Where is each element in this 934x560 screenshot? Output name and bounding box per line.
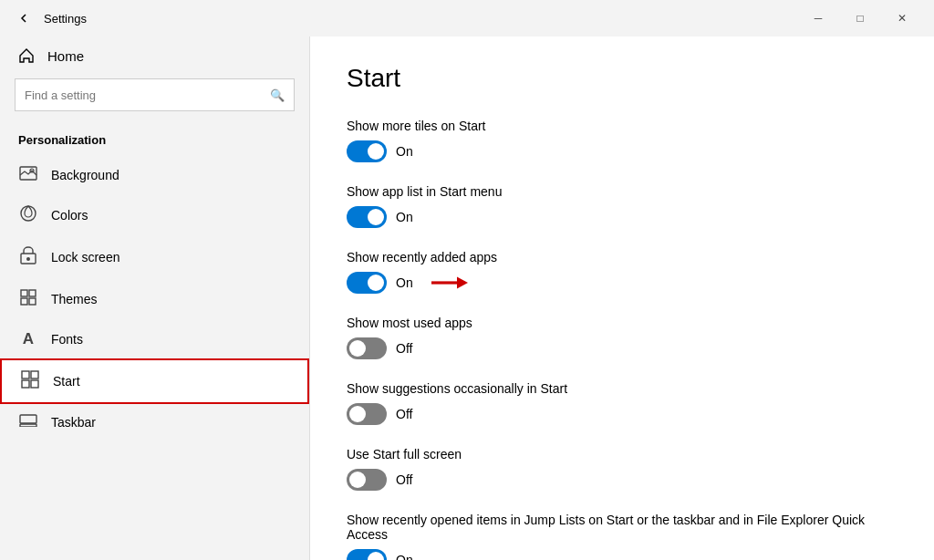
lock-screen-label: Lock screen	[51, 250, 119, 264]
setting-recently-added: Show recently added apps On	[347, 250, 898, 294]
setting-most-used-label: Show most used apps	[347, 316, 898, 330]
colors-icon	[18, 204, 38, 226]
setting-suggestions-row: Off	[347, 403, 898, 425]
toggle-app-list[interactable]	[347, 206, 387, 228]
close-button[interactable]: ✕	[881, 4, 923, 33]
sidebar: Home 🔍 Personalization Background	[0, 36, 310, 560]
toggle-full-screen-text: Off	[396, 472, 412, 487]
fonts-icon: A	[18, 330, 38, 348]
app-body: Home 🔍 Personalization Background	[0, 36, 934, 560]
content-area: Start Show more tiles on Start On Show a…	[310, 36, 934, 560]
toggle-most-used-text: Off	[396, 341, 412, 356]
taskbar-label: Taskbar	[51, 415, 96, 430]
start-icon	[20, 370, 40, 392]
svg-rect-13	[20, 415, 36, 423]
home-label: Home	[47, 48, 84, 64]
svg-rect-11	[22, 380, 29, 388]
toggle-suggestions[interactable]	[347, 403, 387, 425]
setting-full-screen-row: Off	[347, 469, 898, 491]
sidebar-item-colors[interactable]: Colors	[0, 194, 309, 236]
title-bar: Settings ─ □ ✕	[0, 0, 934, 36]
toggle-recently-added-text: On	[396, 275, 413, 290]
setting-jump-lists-label: Show recently opened items in Jump Lists…	[347, 513, 898, 542]
toggle-jump-lists[interactable]	[347, 549, 387, 560]
toggle-most-used-thumb	[349, 340, 366, 357]
setting-more-tiles-row: On	[347, 140, 898, 162]
fonts-label: Fonts	[51, 332, 83, 347]
setting-app-list-row: On	[347, 206, 898, 228]
lock-screen-icon	[18, 246, 38, 268]
setting-most-used-row: Off	[347, 337, 898, 359]
toggle-most-used[interactable]	[347, 337, 387, 359]
search-input[interactable]	[25, 88, 270, 102]
sidebar-item-lock-screen[interactable]: Lock screen	[0, 236, 309, 278]
section-label: Personalization	[0, 126, 309, 156]
svg-rect-8	[29, 298, 36, 305]
setting-suggestions-label: Show suggestions occasionally in Start	[347, 381, 898, 396]
sidebar-item-themes[interactable]: Themes	[0, 278, 309, 320]
sidebar-item-taskbar[interactable]: Taskbar	[0, 404, 309, 441]
start-label: Start	[53, 374, 80, 389]
toggle-more-tiles-text: On	[396, 144, 413, 159]
toggle-jump-lists-thumb	[368, 552, 384, 560]
background-label: Background	[51, 168, 119, 182]
setting-app-list-label: Show app list in Start menu	[347, 184, 898, 199]
sidebar-item-start[interactable]: Start	[0, 358, 309, 404]
colors-label: Colors	[51, 208, 88, 223]
toggle-suggestions-thumb	[349, 406, 366, 422]
taskbar-icon	[18, 414, 38, 430]
setting-full-screen-label: Use Start full screen	[347, 447, 898, 461]
background-icon	[18, 166, 38, 184]
toggle-full-screen[interactable]	[347, 469, 387, 491]
setting-suggestions: Show suggestions occasionally in Start O…	[347, 381, 898, 425]
maximize-button[interactable]: □	[839, 4, 881, 33]
search-box[interactable]: 🔍	[15, 78, 295, 111]
toggle-more-tiles[interactable]	[347, 140, 387, 162]
setting-recently-added-row: On	[347, 272, 898, 294]
setting-more-tiles-label: Show more tiles on Start	[347, 119, 898, 133]
setting-jump-lists: Show recently opened items in Jump Lists…	[347, 513, 898, 560]
setting-most-used: Show most used apps Off	[347, 316, 898, 359]
home-icon	[18, 47, 35, 64]
page-title: Start	[347, 64, 898, 93]
svg-point-2	[21, 206, 36, 221]
toggle-app-list-text: On	[396, 210, 413, 224]
back-button[interactable]	[11, 5, 36, 31]
setting-jump-lists-row: On	[347, 549, 898, 560]
app-title: Settings	[44, 12, 87, 26]
setting-app-list: Show app list in Start menu On	[347, 184, 898, 228]
minimize-button[interactable]: ─	[797, 4, 839, 33]
svg-rect-9	[22, 371, 29, 379]
toggle-app-list-thumb	[368, 209, 384, 225]
window-controls: ─ □ ✕	[797, 4, 923, 33]
svg-rect-12	[31, 380, 38, 388]
svg-rect-5	[21, 290, 27, 296]
sidebar-item-fonts[interactable]: A Fonts	[0, 320, 309, 358]
themes-label: Themes	[51, 292, 98, 306]
setting-more-tiles: Show more tiles on Start On	[347, 119, 898, 162]
toggle-more-tiles-thumb	[368, 143, 384, 160]
sidebar-item-background[interactable]: Background	[0, 156, 309, 194]
toggle-jump-lists-text: On	[396, 553, 413, 560]
themes-icon	[18, 288, 38, 310]
toggle-full-screen-thumb	[349, 472, 366, 488]
setting-full-screen: Use Start full screen Off	[347, 447, 898, 491]
svg-rect-10	[31, 371, 38, 379]
setting-recently-added-label: Show recently added apps	[347, 250, 898, 264]
svg-rect-14	[20, 424, 36, 427]
search-icon: 🔍	[270, 88, 285, 102]
home-nav-item[interactable]: Home	[0, 36, 309, 75]
toggle-suggestions-text: Off	[396, 407, 412, 421]
svg-rect-7	[21, 298, 27, 305]
svg-point-4	[26, 257, 30, 261]
svg-marker-16	[457, 277, 468, 289]
toggle-recently-added[interactable]	[347, 272, 387, 294]
svg-rect-6	[29, 290, 36, 296]
toggle-recently-added-thumb	[368, 275, 384, 291]
red-arrow-indicator	[431, 273, 468, 293]
